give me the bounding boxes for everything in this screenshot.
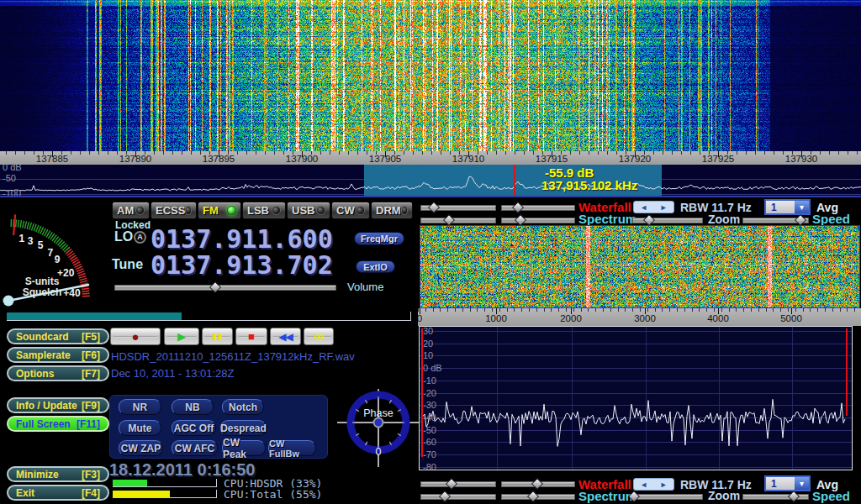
slider-thumb[interactable] bbox=[512, 202, 524, 213]
rewind-button[interactable]: ◀◀ bbox=[270, 328, 301, 345]
db-label: -100 bbox=[3, 188, 21, 197]
mode-button-lsb[interactable]: LSB bbox=[242, 202, 286, 219]
zoom-slider[interactable] bbox=[632, 491, 703, 502]
scroll-left-icon[interactable]: ◄ bbox=[640, 203, 647, 212]
scroll-left-icon[interactable]: ◄ bbox=[640, 480, 647, 489]
samplerate-button[interactable]: Samplerate[F6] bbox=[7, 347, 109, 363]
slider-thumb[interactable] bbox=[788, 491, 800, 502]
freq-tick bbox=[663, 151, 663, 155]
db-label: -50 bbox=[423, 425, 436, 435]
spectrum-offset-slider[interactable] bbox=[501, 491, 575, 502]
agc-button[interactable]: AGC Off bbox=[172, 420, 216, 436]
freq-tick bbox=[758, 308, 759, 312]
slider-thumb[interactable] bbox=[643, 214, 655, 226]
scroll-right-icon[interactable]: ► bbox=[660, 203, 668, 212]
options-button[interactable]: Options[F7] bbox=[7, 365, 109, 381]
mute-button[interactable]: Mute bbox=[119, 420, 161, 436]
slider-thumb[interactable] bbox=[527, 491, 539, 502]
pause-button[interactable]: ▮▮ bbox=[202, 328, 233, 345]
freq-tick-label: 137890 bbox=[110, 154, 161, 164]
cw-zap-button[interactable]: CW ZAP bbox=[119, 440, 163, 456]
minimize-button[interactable]: Minimize[F3] bbox=[7, 466, 109, 482]
mode-button-ecss[interactable]: ECSS bbox=[151, 202, 197, 219]
cpu-total-label: CPU:Total (55%) bbox=[224, 488, 322, 501]
nr-button[interactable]: NR bbox=[119, 399, 161, 415]
freq-tick bbox=[496, 151, 497, 155]
slider-thumb[interactable] bbox=[515, 214, 526, 226]
audio-waterfall-display[interactable] bbox=[420, 226, 859, 307]
tune-marker[interactable] bbox=[514, 165, 515, 196]
extio-button[interactable]: ExtIO bbox=[356, 260, 395, 273]
waterfall-contrast-slider[interactable] bbox=[501, 202, 575, 213]
main-spectrum-display[interactable]: 0 dB-50-100 -55.9 dB 137,915.102 kHz bbox=[0, 165, 861, 197]
freq-tick bbox=[755, 151, 756, 155]
audio-frequency-scale[interactable]: 010002000300040005000 bbox=[418, 308, 861, 326]
phase-knob[interactable] bbox=[374, 418, 383, 428]
cw-fullbw-button[interactable]: CW FullBw bbox=[268, 440, 316, 456]
freqmgr-button[interactable]: FreqMgr bbox=[354, 232, 404, 245]
freq-tick-label: 137885 bbox=[27, 154, 77, 164]
waterfall-brightness-slider[interactable] bbox=[420, 479, 496, 490]
freq-tick bbox=[425, 308, 426, 312]
waterfall-brightness-slider[interactable] bbox=[420, 202, 496, 213]
freq-tick bbox=[840, 308, 841, 312]
nb-button[interactable]: NB bbox=[172, 399, 214, 415]
slider-thumb[interactable] bbox=[439, 491, 451, 502]
freq-tick bbox=[499, 308, 500, 312]
meter-scale-label: 5 bbox=[38, 239, 44, 251]
mode-button-drm[interactable]: DRM bbox=[371, 202, 413, 219]
band-scroll-control[interactable]: ◄► bbox=[633, 478, 674, 491]
mode-button-cw[interactable]: CW bbox=[331, 202, 370, 219]
loop-button[interactable]: ∞ bbox=[304, 328, 334, 345]
spectrum-range-slider[interactable] bbox=[420, 491, 496, 502]
auto-lo-badge[interactable]: A bbox=[134, 231, 146, 244]
despread-button[interactable]: Despread bbox=[220, 420, 267, 436]
band-scroll-control[interactable]: ◄► bbox=[633, 201, 674, 213]
s-meter[interactable]: 13579+20+40 S-units Squelch bbox=[2, 202, 108, 314]
mode-button-am[interactable]: AM bbox=[112, 202, 150, 219]
exit-button[interactable]: Exit[F4] bbox=[7, 485, 109, 501]
soundcard-button[interactable]: Soundcard[F5] bbox=[7, 328, 109, 344]
speed-slider[interactable] bbox=[742, 491, 809, 502]
waterfall-contrast-slider[interactable] bbox=[501, 479, 575, 490]
dropdown-arrow-icon[interactable]: ▾ bbox=[795, 477, 809, 490]
freq-tick bbox=[521, 308, 522, 312]
lo-frequency-display[interactable]: 0137.911.600 bbox=[151, 227, 333, 252]
notch-button[interactable]: Notch bbox=[222, 399, 264, 415]
freq-tick bbox=[681, 151, 682, 155]
rewind-icon: ◀◀ bbox=[278, 332, 292, 342]
slider-thumb[interactable] bbox=[209, 281, 221, 293]
spectrum-label: Spectrum bbox=[578, 212, 637, 226]
record-button[interactable]: ● bbox=[110, 328, 161, 345]
scroll-right-icon[interactable]: ► bbox=[660, 480, 668, 489]
slider-thumb[interactable] bbox=[531, 478, 543, 490]
dropdown-arrow-icon[interactable]: ▾ bbox=[795, 201, 809, 213]
freq-tick bbox=[706, 308, 707, 312]
freq-tick bbox=[422, 151, 423, 155]
volume-slider[interactable] bbox=[114, 282, 336, 293]
freq-tick-label: 137925 bbox=[693, 154, 743, 164]
cw-peak-button[interactable]: CW Peak bbox=[222, 440, 266, 456]
zoom-label: Zoom bbox=[708, 213, 740, 226]
play-button[interactable]: ▶ bbox=[164, 328, 199, 345]
main-frequency-scale[interactable]: 1378851378901378951379001379051379101379… bbox=[0, 151, 861, 165]
stop-button[interactable]: ■ bbox=[235, 328, 267, 345]
tune-frequency-display[interactable]: 0137.913.702 bbox=[151, 253, 333, 278]
mode-led bbox=[356, 206, 365, 215]
audio-spectrum-display[interactable]: 3020100 dB-10-20-30-40-50-60-70-80 bbox=[419, 326, 853, 470]
info-update-button[interactable]: Info / Update[F9] bbox=[7, 397, 109, 413]
slider-thumb[interactable] bbox=[794, 214, 806, 226]
cw-afc-button[interactable]: CW AFC bbox=[172, 440, 218, 456]
avg-dropdown[interactable]: 1▾ bbox=[764, 475, 811, 491]
slider-thumb[interactable] bbox=[428, 202, 440, 213]
mode-button-fm[interactable]: FM bbox=[198, 202, 241, 219]
fullscreen-button[interactable]: Full Screen[F11] bbox=[7, 416, 109, 432]
freq-tick bbox=[455, 308, 456, 312]
slider-thumb[interactable] bbox=[446, 478, 457, 490]
mode-button-usb[interactable]: USB bbox=[287, 202, 330, 219]
phase-dial[interactable]: Phase 0 bbox=[336, 378, 420, 467]
slider-thumb[interactable] bbox=[443, 214, 455, 226]
freq-tick bbox=[515, 151, 515, 155]
main-waterfall-display[interactable] bbox=[0, 0, 861, 151]
avg-dropdown[interactable]: 1▾ bbox=[764, 199, 811, 215]
